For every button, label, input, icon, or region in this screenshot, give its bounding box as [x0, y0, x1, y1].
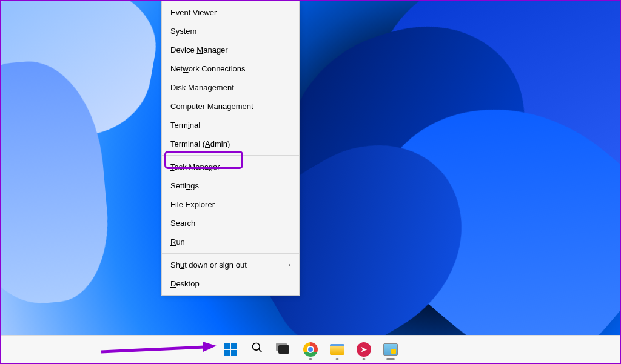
menu-separator: [162, 253, 299, 254]
svg-line-1: [259, 349, 262, 352]
menu-item-label: Disk Management: [170, 83, 234, 92]
menu-item-label: Computer Management: [170, 102, 253, 111]
menu-item-device-manager[interactable]: Device Manager: [162, 41, 299, 59]
file-explorer-button[interactable]: [326, 338, 349, 361]
red-app-icon: ➤: [357, 342, 371, 357]
menu-item-settings[interactable]: Settings: [162, 176, 299, 195]
desktop-background: Event ViewerSystemDevice ManagerNetwork …: [1, 1, 620, 363]
taskview-icon: [278, 345, 289, 354]
menu-item-label: System: [170, 27, 196, 36]
folder-icon: [330, 344, 344, 355]
taskbar: ➤: [1, 335, 620, 363]
search-icon: [251, 342, 263, 357]
menu-item-event-viewer[interactable]: Event Viewer: [162, 3, 299, 22]
control-panel-icon: [383, 343, 398, 356]
chrome-icon: [303, 342, 318, 357]
winx-power-menu: Event ViewerSystemDevice ManagerNetwork …: [161, 1, 300, 296]
chrome-button[interactable]: [299, 338, 322, 361]
menu-item-disk-management[interactable]: Disk Management: [162, 78, 299, 97]
menu-item-run[interactable]: Run: [162, 233, 299, 251]
running-indicator: [309, 358, 312, 360]
menu-item-label: Event Viewer: [170, 8, 217, 17]
menu-item-label: Device Manager: [170, 45, 228, 55]
start-button[interactable]: [219, 338, 242, 361]
chevron-right-icon: ›: [289, 262, 290, 268]
menu-item-label: Desktop: [170, 279, 200, 288]
menu-item-label: Network Connections: [170, 64, 246, 73]
control-panel-button[interactable]: [379, 338, 402, 361]
menu-item-computer-management[interactable]: Computer Management: [162, 97, 299, 116]
menu-item-task-manager[interactable]: Task Manager: [162, 157, 299, 176]
menu-separator: [162, 155, 299, 156]
red-app-button[interactable]: ➤: [352, 338, 375, 361]
svg-point-0: [253, 343, 260, 351]
menu-item-label: Search: [170, 219, 195, 228]
search-button[interactable]: [246, 338, 269, 361]
menu-item-search[interactable]: Search: [162, 214, 299, 233]
menu-item-terminal[interactable]: Terminal: [162, 116, 299, 134]
menu-item-file-explorer[interactable]: File Explorer: [162, 195, 299, 214]
menu-item-shut-down-or-sign-out[interactable]: Shut down or sign out›: [162, 256, 299, 274]
taskview-button[interactable]: [272, 338, 295, 361]
menu-item-label: Terminal (Admin): [170, 139, 230, 148]
menu-item-label: Settings: [170, 181, 199, 190]
menu-item-label: File Explorer: [170, 200, 215, 209]
menu-item-label: Task Manager: [170, 162, 220, 171]
running-indicator: [386, 358, 395, 360]
menu-item-label: Run: [170, 237, 185, 247]
menu-item-terminal-admin[interactable]: Terminal (Admin): [162, 134, 299, 153]
menu-item-label: Shut down or sign out: [170, 260, 247, 270]
menu-item-label: Terminal: [170, 121, 200, 130]
menu-item-system[interactable]: System: [162, 22, 299, 41]
menu-item-network-connections[interactable]: Network Connections: [162, 59, 299, 78]
running-indicator: [363, 358, 366, 360]
menu-item-desktop[interactable]: Desktop: [162, 274, 299, 293]
running-indicator: [336, 358, 339, 360]
